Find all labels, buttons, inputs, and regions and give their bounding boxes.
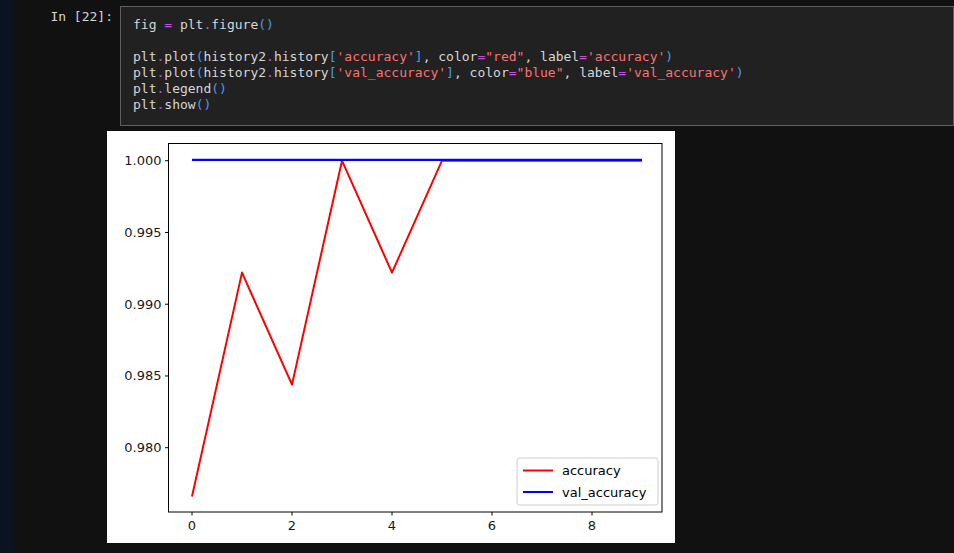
y-tick-label: 0.980 [124,440,161,455]
y-tick-label: 1.000 [124,153,161,168]
code-cell[interactable]: fig = plt.figure()plt.plot(history2.hist… [120,6,954,126]
y-tick-label: 0.985 [124,368,161,383]
code-line: plt.plot(history2.history['val_accuracy'… [133,65,953,81]
x-tick-label: 0 [188,518,196,533]
code-line: plt.legend() [133,81,953,97]
axes-frame [169,144,663,513]
matplotlib-figure-output: 024681.0000.9950.9900.9850.980accuracyva… [107,131,675,543]
y-tick-label: 0.995 [124,225,161,240]
accuracy-chart: 024681.0000.9950.9900.9850.980accuracyva… [107,131,675,543]
x-tick-label: 8 [588,518,596,533]
x-tick-label: 6 [488,518,496,533]
code-line [133,33,953,49]
accuracy-line [192,161,642,497]
code-editor-area[interactable]: fig = plt.figure()plt.plot(history2.hist… [121,7,953,113]
left-edge-strip [0,0,13,553]
legend-label-val_accuracy: val_accuracy [562,485,647,500]
cell-input-prompt: In [22]: [13,9,113,25]
x-tick-label: 4 [388,518,396,533]
jupyter-notebook-page: In [22]: fig = plt.figure()plt.plot(hist… [0,0,954,553]
code-line: plt.show() [133,97,953,113]
legend-label-accuracy: accuracy [562,463,621,478]
code-line: plt.plot(history2.history['accuracy'], c… [133,49,953,65]
code-line: fig = plt.figure() [133,17,953,33]
x-tick-label: 2 [288,518,296,533]
y-tick-label: 0.990 [124,297,161,312]
